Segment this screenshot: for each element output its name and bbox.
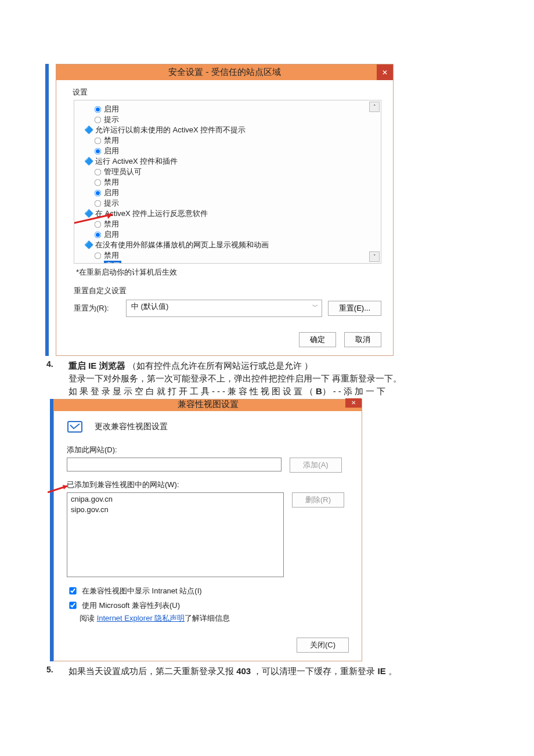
step-text: 如果当天设置成功后，第二天重新登录又报 403 ，可以清理一下缓存，重新登录 I… [68,665,488,678]
radio-enable[interactable]: 启用 [94,229,375,240]
activex-icon: 🔷 [85,157,93,165]
scroll-down-icon[interactable]: ˅ [369,251,380,262]
setting-heading: 🔷在没有使用外部媒体播放机的网页上显示视频和动画 [85,240,375,250]
restart-note: *在重新启动你的计算机后生效 [76,267,381,278]
setting-heading: 🔷允许运行以前未使用的 ActiveX 控件而不提示 [85,125,375,135]
reset-section-title: 重置自定义设置 [74,286,381,296]
radio-admin[interactable]: 管理员认可 [94,167,375,177]
compat-view-dialog: 兼容性视图设置 ✕ 更改兼容性视图设置 添加此网站(D): 添加(A) 已添加到… [53,399,362,661]
added-sites-label: 已添加到兼容性视图中的网站(W): [67,480,349,490]
radio-disable[interactable]: 禁用 [94,177,375,188]
radio-disable[interactable]: 禁用 [94,219,375,229]
dialog-titlebar: 安全设置 - 受信任的站点区域 ✕ [56,64,393,80]
activex-icon: 🔷 [85,210,93,218]
dialog-title: 安全设置 - 受信任的站点区域 [168,67,280,77]
close-button[interactable]: 关闭(C) [297,638,349,653]
radio-prompt[interactable]: 提示 [94,114,375,125]
privacy-link[interactable]: Internet Explorer 隐私声明 [97,614,185,622]
step-number: 5. [46,665,58,678]
list-item[interactable]: sipo.gov.cn [71,505,280,515]
step-text: 重启 IE 浏览器 （如有控件点允许在所有网站运行或总是允许 ） [68,359,488,372]
radio-enable[interactable]: 启用 [94,104,375,114]
setting-heading: 🔷运行 ActiveX 控件和插件 [85,156,375,167]
close-icon[interactable]: ✕ [377,64,393,80]
add-button[interactable]: 添加(A) [290,458,342,473]
step-number: 4. [46,359,58,398]
add-site-input[interactable] [67,458,282,471]
compat-heading: 更改兼容性视图设置 [95,422,168,432]
dialog-title: 兼容性视图设置 [178,399,239,409]
intranet-checkbox[interactable] [69,587,76,594]
sites-listbox[interactable]: cnipa.gov.cn sipo.gov.cn [67,492,284,577]
reset-level-dropdown[interactable]: 中 (默认值) [126,300,322,317]
settings-listbox[interactable]: ˄ ˅ 启用 提示 🔷允许运行以前未使用的 ActiveX 控件而不提示 禁用 … [74,100,381,264]
add-site-label: 添加此网站(D): [67,445,349,455]
step-5: 5. 如果当天设置成功后，第二天重新登录又报 403 ，可以清理一下缓存，重新登… [46,665,488,678]
reset-button[interactable]: 重置(E)... [328,301,381,316]
radio-enable[interactable]: 启用 [94,188,375,198]
dialog-titlebar: 兼容性视图设置 ✕ [54,399,362,411]
step-4: 4. 重启 IE 浏览器 （如有控件点允许在所有网站运行或总是允许 ） 登录一下… [46,359,488,398]
settings-label: 设置 [73,87,381,98]
privacy-line: 阅读 Internet Explorer 隐私声明了解详细信息 [80,613,349,624]
security-dialog-wrapper: 安全设置 - 受信任的站点区域 ✕ 设置 ˄ ˅ 启用 提示 🔷允许运行以前未使… [49,64,488,356]
blue-side-strip [45,64,49,356]
intranet-checkbox-row[interactable]: 在兼容性视图中显示 Intranet 站点(I) [67,585,349,596]
radio-disable[interactable]: 禁用 [94,250,375,261]
step-text: 如果登录显示空白就打开工具---兼容性视图设置（B）--添加一下 [68,385,488,398]
radio-disable[interactable]: 禁用 [94,135,375,146]
radio-enable[interactable]: 启用 [94,146,375,156]
step-text: 登录一下对外服务，第一次可能登录不上，弹出控件把控件启用一下 再重新登录一下。 [68,372,488,385]
cancel-button[interactable]: 取消 [344,332,381,347]
reset-label: 重置为(R): [74,303,120,314]
page-icon [67,419,84,434]
svg-rect-4 [68,422,82,432]
scroll-up-icon[interactable]: ˄ [369,102,380,112]
security-settings-dialog: 安全设置 - 受信任的站点区域 ✕ 设置 ˄ ˅ 启用 提示 🔷允许运行以前未使… [56,64,394,356]
blue-side-strip [50,399,53,661]
delete-button[interactable]: 删除(R) [292,492,344,507]
activex-icon: 🔷 [85,241,93,249]
ok-button[interactable]: 确定 [299,332,336,347]
list-item[interactable]: cnipa.gov.cn [71,494,280,505]
activex-icon: 🔷 [85,126,93,134]
ms-list-checkbox-row[interactable]: 使用 Microsoft 兼容性列表(U) [67,600,349,611]
radio-enable-highlighted[interactable]: 启用 [94,261,375,264]
setting-heading: 🔷在 ActiveX 控件上运行反恶意软件 [85,208,375,219]
close-icon[interactable]: ✕ [345,398,362,408]
ms-list-checkbox[interactable] [69,602,76,609]
radio-prompt[interactable]: 提示 [94,198,375,208]
compat-dialog-wrapper: 兼容性视图设置 ✕ 更改兼容性视图设置 添加此网站(D): 添加(A) 已添加到… [53,399,488,661]
